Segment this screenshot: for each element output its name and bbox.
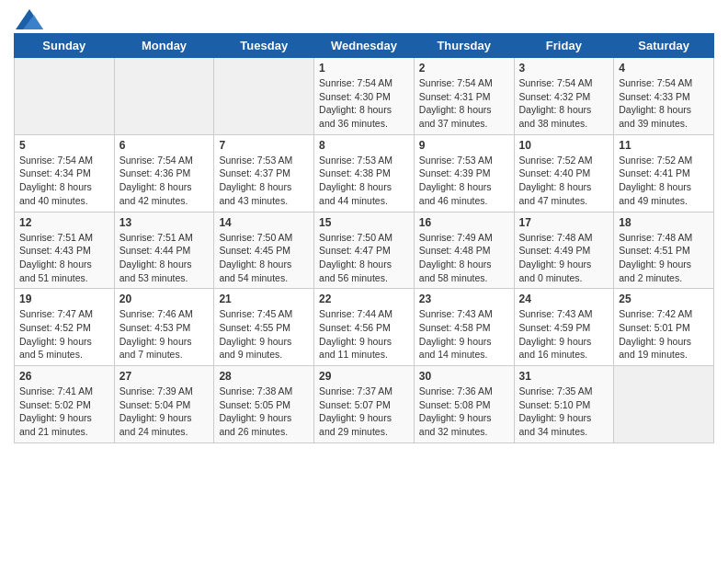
day-info: Sunrise: 7:54 AM Sunset: 4:32 PM Dayligh… — [519, 76, 609, 131]
day-info: Sunrise: 7:54 AM Sunset: 4:31 PM Dayligh… — [419, 76, 509, 131]
day-number: 26 — [19, 370, 109, 383]
day-info: Sunrise: 7:39 AM Sunset: 5:04 PM Dayligh… — [119, 385, 210, 439]
calendar-cell: 1Sunrise: 7:54 AM Sunset: 4:30 PM Daylig… — [314, 58, 415, 135]
day-info: Sunrise: 7:44 AM Sunset: 4:56 PM Dayligh… — [319, 307, 409, 362]
calendar-cell: 7Sunrise: 7:53 AM Sunset: 4:37 PM Daylig… — [214, 134, 314, 212]
day-number: 22 — [319, 293, 409, 305]
day-number: 25 — [619, 293, 709, 305]
day-header-wednesday: Wednesday — [314, 34, 415, 58]
day-number: 28 — [219, 370, 309, 383]
day-number: 30 — [419, 370, 509, 383]
calendar-cell: 26Sunrise: 7:41 AM Sunset: 5:02 PM Dayli… — [15, 366, 115, 443]
day-number: 3 — [519, 62, 609, 75]
calendar-cell: 10Sunrise: 7:52 AM Sunset: 4:40 PM Dayli… — [514, 134, 614, 212]
calendar-cell: 6Sunrise: 7:54 AM Sunset: 4:36 PM Daylig… — [114, 134, 214, 212]
calendar-cell: 24Sunrise: 7:43 AM Sunset: 4:59 PM Dayli… — [514, 289, 614, 366]
day-info: Sunrise: 7:45 AM Sunset: 4:55 PM Dayligh… — [219, 307, 309, 362]
day-number: 11 — [619, 139, 709, 152]
day-header-friday: Friday — [514, 34, 614, 58]
day-info: Sunrise: 7:46 AM Sunset: 4:53 PM Dayligh… — [119, 307, 210, 362]
day-number: 2 — [419, 62, 509, 75]
calendar-cell: 19Sunrise: 7:47 AM Sunset: 4:52 PM Dayli… — [15, 289, 115, 366]
week-row-4: 19Sunrise: 7:47 AM Sunset: 4:52 PM Dayli… — [15, 289, 714, 366]
day-number: 27 — [119, 370, 210, 383]
week-row-1: 1Sunrise: 7:54 AM Sunset: 4:30 PM Daylig… — [15, 58, 714, 135]
calendar-cell: 12Sunrise: 7:51 AM Sunset: 4:43 PM Dayli… — [15, 212, 115, 289]
day-info: Sunrise: 7:54 AM Sunset: 4:33 PM Dayligh… — [619, 76, 709, 131]
day-info: Sunrise: 7:50 AM Sunset: 4:47 PM Dayligh… — [319, 231, 409, 285]
day-number: 16 — [419, 216, 509, 229]
day-number: 6 — [119, 139, 210, 152]
day-number: 5 — [19, 139, 109, 152]
day-info: Sunrise: 7:54 AM Sunset: 4:30 PM Dayligh… — [319, 76, 409, 131]
day-number: 19 — [19, 293, 109, 305]
day-number: 4 — [619, 62, 709, 75]
day-info: Sunrise: 7:50 AM Sunset: 4:45 PM Dayligh… — [219, 231, 309, 285]
calendar-cell: 13Sunrise: 7:51 AM Sunset: 4:44 PM Dayli… — [114, 212, 214, 289]
calendar-cell: 22Sunrise: 7:44 AM Sunset: 4:56 PM Dayli… — [314, 289, 415, 366]
header-row: SundayMondayTuesdayWednesdayThursdayFrid… — [15, 34, 714, 58]
day-number: 1 — [319, 62, 409, 75]
day-info: Sunrise: 7:36 AM Sunset: 5:08 PM Dayligh… — [419, 385, 509, 439]
calendar-cell: 21Sunrise: 7:45 AM Sunset: 4:55 PM Dayli… — [214, 289, 314, 366]
day-number: 10 — [519, 139, 609, 152]
logo-icon — [16, 9, 43, 29]
day-number: 8 — [319, 139, 409, 152]
calendar-cell: 11Sunrise: 7:52 AM Sunset: 4:41 PM Dayli… — [614, 134, 714, 212]
calendar-cell: 4Sunrise: 7:54 AM Sunset: 4:33 PM Daylig… — [614, 58, 714, 135]
calendar-cell — [614, 366, 714, 443]
day-info: Sunrise: 7:41 AM Sunset: 5:02 PM Dayligh… — [19, 385, 109, 439]
day-number: 7 — [219, 139, 309, 152]
day-info: Sunrise: 7:43 AM Sunset: 4:59 PM Dayligh… — [519, 307, 609, 362]
day-number: 21 — [219, 293, 309, 305]
day-number: 14 — [219, 216, 309, 229]
day-info: Sunrise: 7:37 AM Sunset: 5:07 PM Dayligh… — [319, 385, 409, 439]
day-info: Sunrise: 7:35 AM Sunset: 5:10 PM Dayligh… — [519, 385, 609, 439]
day-info: Sunrise: 7:52 AM Sunset: 4:40 PM Dayligh… — [519, 154, 609, 208]
day-number: 31 — [519, 370, 609, 383]
day-info: Sunrise: 7:42 AM Sunset: 5:01 PM Dayligh… — [619, 307, 709, 362]
day-info: Sunrise: 7:49 AM Sunset: 4:48 PM Dayligh… — [419, 231, 509, 285]
calendar-cell: 27Sunrise: 7:39 AM Sunset: 5:04 PM Dayli… — [114, 366, 214, 443]
day-info: Sunrise: 7:53 AM Sunset: 4:38 PM Dayligh… — [319, 154, 409, 208]
day-info: Sunrise: 7:53 AM Sunset: 4:39 PM Dayligh… — [419, 154, 509, 208]
calendar-cell: 8Sunrise: 7:53 AM Sunset: 4:38 PM Daylig… — [314, 134, 415, 212]
day-info: Sunrise: 7:48 AM Sunset: 4:51 PM Dayligh… — [619, 231, 709, 285]
day-number: 13 — [119, 216, 210, 229]
week-row-2: 5Sunrise: 7:54 AM Sunset: 4:34 PM Daylig… — [15, 134, 714, 212]
week-row-3: 12Sunrise: 7:51 AM Sunset: 4:43 PM Dayli… — [15, 212, 714, 289]
day-header-thursday: Thursday — [414, 34, 514, 58]
calendar-cell: 31Sunrise: 7:35 AM Sunset: 5:10 PM Dayli… — [514, 366, 614, 443]
calendar-cell — [114, 58, 214, 135]
calendar-cell: 25Sunrise: 7:42 AM Sunset: 5:01 PM Dayli… — [614, 289, 714, 366]
day-info: Sunrise: 7:38 AM Sunset: 5:05 PM Dayligh… — [219, 385, 309, 439]
calendar-cell — [15, 58, 115, 135]
day-info: Sunrise: 7:43 AM Sunset: 4:58 PM Dayligh… — [419, 307, 509, 362]
day-info: Sunrise: 7:54 AM Sunset: 4:34 PM Dayligh… — [19, 154, 109, 208]
day-info: Sunrise: 7:52 AM Sunset: 4:41 PM Dayligh… — [619, 154, 709, 208]
calendar-cell: 14Sunrise: 7:50 AM Sunset: 4:45 PM Dayli… — [214, 212, 314, 289]
logo — [14, 9, 43, 26]
calendar-cell — [214, 58, 314, 135]
day-info: Sunrise: 7:51 AM Sunset: 4:44 PM Dayligh… — [119, 231, 210, 285]
day-number: 20 — [119, 293, 210, 305]
day-info: Sunrise: 7:53 AM Sunset: 4:37 PM Dayligh… — [219, 154, 309, 208]
calendar-cell: 15Sunrise: 7:50 AM Sunset: 4:47 PM Dayli… — [314, 212, 415, 289]
day-number: 18 — [619, 216, 709, 229]
calendar-cell: 17Sunrise: 7:48 AM Sunset: 4:49 PM Dayli… — [514, 212, 614, 289]
calendar-cell: 29Sunrise: 7:37 AM Sunset: 5:07 PM Dayli… — [314, 366, 415, 443]
calendar-cell: 5Sunrise: 7:54 AM Sunset: 4:34 PM Daylig… — [15, 134, 115, 212]
day-info: Sunrise: 7:48 AM Sunset: 4:49 PM Dayligh… — [519, 231, 609, 285]
calendar-cell: 20Sunrise: 7:46 AM Sunset: 4:53 PM Dayli… — [114, 289, 214, 366]
day-number: 24 — [519, 293, 609, 305]
day-number: 9 — [419, 139, 509, 152]
day-header-sunday: Sunday — [15, 34, 115, 58]
calendar-cell: 18Sunrise: 7:48 AM Sunset: 4:51 PM Dayli… — [614, 212, 714, 289]
calendar-cell: 30Sunrise: 7:36 AM Sunset: 5:08 PM Dayli… — [414, 366, 514, 443]
day-header-tuesday: Tuesday — [214, 34, 314, 58]
calendar-cell: 3Sunrise: 7:54 AM Sunset: 4:32 PM Daylig… — [514, 58, 614, 135]
calendar-cell: 23Sunrise: 7:43 AM Sunset: 4:58 PM Dayli… — [414, 289, 514, 366]
calendar-cell: 9Sunrise: 7:53 AM Sunset: 4:39 PM Daylig… — [414, 134, 514, 212]
day-info: Sunrise: 7:47 AM Sunset: 4:52 PM Dayligh… — [19, 307, 109, 362]
calendar-cell: 28Sunrise: 7:38 AM Sunset: 5:05 PM Dayli… — [214, 366, 314, 443]
